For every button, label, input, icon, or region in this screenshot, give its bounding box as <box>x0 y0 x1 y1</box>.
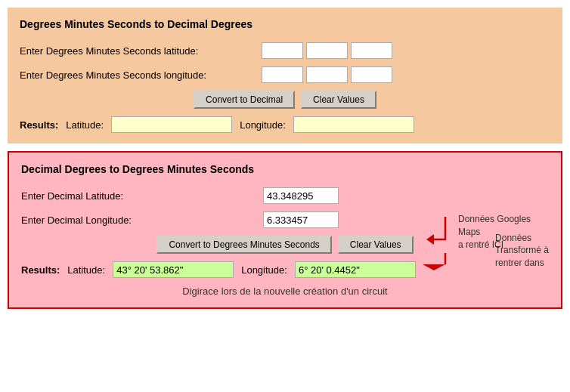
arrow-bottom-icon <box>419 249 449 274</box>
section2-lat-result-label: Latitude: <box>67 264 105 276</box>
section2-container: Decimal Degrees to Degrees Minutes Secon… <box>8 151 562 309</box>
lat-dms-inputs <box>262 42 392 59</box>
annotation-bottom: Données Transformé à rentrer dans <box>495 232 549 270</box>
lat-dms-row: Enter Degrees Minutes Seconds latitude: <box>20 42 550 59</box>
section2-lon-result-label: Longitude: <box>241 264 287 276</box>
section1-results: Results: Latitude: Longitude: <box>20 116 550 133</box>
footer-text: Digirace lors de la nouvelle création d'… <box>21 286 549 297</box>
lat-min-input[interactable] <box>306 42 348 59</box>
section1-container: Degrees Minutes Seconds to Decimal Degre… <box>8 8 562 144</box>
section1-title: Degrees Minutes Seconds to Decimal Degre… <box>20 18 550 30</box>
lon-dms-inputs <box>262 66 392 83</box>
lat-sec-input[interactable] <box>351 42 392 59</box>
section2-lat-result-input[interactable] <box>113 261 234 278</box>
lon-deg-input[interactable] <box>262 66 303 83</box>
section2-lon-result-input[interactable] <box>295 261 416 278</box>
dec-lat-label: Enter Decimal Latitude: <box>21 190 263 202</box>
lon-dms-label: Enter Degrees Minutes Seconds longitude: <box>20 69 262 81</box>
lat-dms-label: Enter Degrees Minutes Seconds latitude: <box>20 45 262 57</box>
annotation-bottom-line2: Transformé à <box>495 245 549 255</box>
arrow-top-icon <box>419 213 449 253</box>
convert-to-dms-button[interactable]: Convert to Degrees Minutes Seconds <box>156 236 331 254</box>
section1-lat-result-label: Latitude: <box>66 119 104 131</box>
section1-lon-result-label: Longitude: <box>240 119 286 131</box>
section1-results-label: Results: <box>20 119 58 131</box>
lon-sec-input[interactable] <box>351 66 392 83</box>
dec-lat-input[interactable] <box>263 187 339 204</box>
lon-dms-row: Enter Degrees Minutes Seconds longitude: <box>20 66 550 83</box>
svg-marker-0 <box>426 234 434 245</box>
section1-lon-result-input[interactable] <box>293 116 414 133</box>
annotation-bottom-line1: Données <box>495 233 531 243</box>
lon-min-input[interactable] <box>306 66 348 83</box>
dec-lon-input[interactable] <box>263 211 339 228</box>
section2-title: Decimal Degrees to Degrees Minutes Secon… <box>21 163 549 175</box>
svg-marker-2 <box>423 264 445 270</box>
dec-lon-label: Enter Decimal Longitude: <box>21 215 263 226</box>
lat-deg-input[interactable] <box>262 42 303 59</box>
section1-buttons: Convert to Decimal Clear Values <box>20 91 550 109</box>
section1-lat-result-input[interactable] <box>111 116 232 133</box>
section2-results-label: Results: <box>21 264 60 276</box>
convert-to-decimal-button[interactable]: Convert to Decimal <box>194 91 295 109</box>
section2-clear-button[interactable]: Clear Values <box>338 236 414 254</box>
annotation-bottom-line3: rentrer dans <box>495 258 544 268</box>
dec-lat-row: Enter Decimal Latitude: <box>21 187 549 204</box>
section1-clear-button[interactable]: Clear Values <box>301 91 376 109</box>
section2-results: Results: Latitude: Longitude: <box>21 261 549 278</box>
